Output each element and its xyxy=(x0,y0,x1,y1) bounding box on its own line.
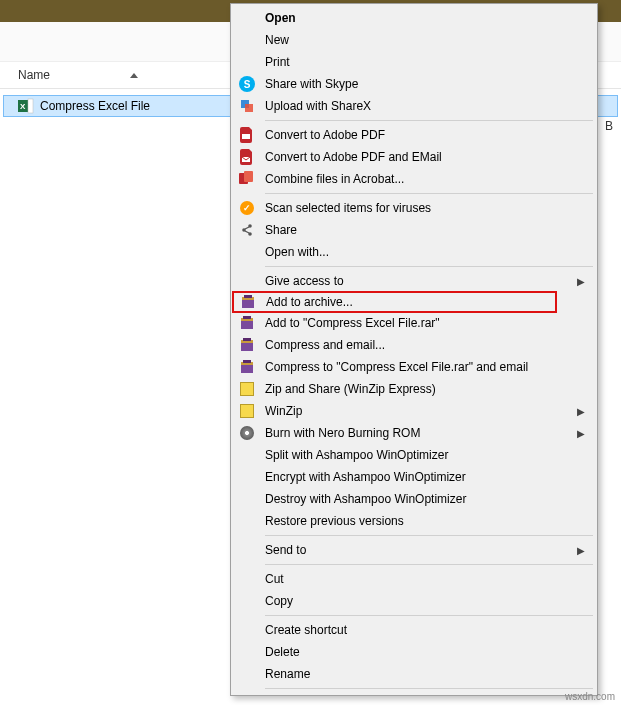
menu-new[interactable]: New xyxy=(233,29,595,51)
menu-send-to[interactable]: Send to ▶ xyxy=(233,539,595,561)
menu-upload-sharex[interactable]: Upload with ShareX xyxy=(233,95,595,117)
blank-icon xyxy=(237,644,257,660)
svg-rect-1 xyxy=(28,99,33,113)
column-name-label: Name xyxy=(18,68,50,82)
menu-destroy-ashampoo[interactable]: Destroy with Ashampoo WinOptimizer xyxy=(233,488,595,510)
svg-point-10 xyxy=(242,228,246,232)
nero-icon xyxy=(237,425,257,441)
menu-compress-email[interactable]: Compress and email... xyxy=(233,334,595,356)
file-size-suffix: B xyxy=(605,119,613,133)
winzip-icon xyxy=(237,381,257,397)
blank-icon xyxy=(237,273,257,289)
svg-rect-14 xyxy=(244,295,252,298)
blank-icon xyxy=(237,666,257,682)
antivirus-icon: ✓ xyxy=(237,200,257,216)
menu-create-shortcut[interactable]: Create shortcut xyxy=(233,619,595,641)
menu-delete[interactable]: Delete xyxy=(233,641,595,663)
svg-point-9 xyxy=(248,224,252,228)
menu-share-skype[interactable]: S Share with Skype xyxy=(233,73,595,95)
winrar-icon xyxy=(237,315,257,331)
menu-convert-pdf-email[interactable]: Convert to Adobe PDF and EMail xyxy=(233,146,595,168)
svg-rect-4 xyxy=(245,104,253,112)
context-menu: Open New Print S Share with Skype Upload… xyxy=(230,3,598,696)
watermark: wsxdn.com xyxy=(565,691,615,702)
menu-open[interactable]: Open xyxy=(233,7,595,29)
menu-nero-burn[interactable]: Burn with Nero Burning ROM ▶ xyxy=(233,422,595,444)
menu-cut[interactable]: Cut xyxy=(233,568,595,590)
svg-text:X: X xyxy=(20,102,26,111)
menu-separator xyxy=(265,688,593,689)
sort-asc-icon xyxy=(130,73,138,78)
file-name: Compress Excel File xyxy=(40,99,150,113)
svg-rect-20 xyxy=(243,338,251,341)
blank-icon xyxy=(237,622,257,638)
menu-compress-rar-email[interactable]: Compress to "Compress Excel File.rar" an… xyxy=(233,356,595,378)
blank-icon xyxy=(237,469,257,485)
chevron-right-icon: ▶ xyxy=(577,428,585,439)
menu-separator xyxy=(265,564,593,565)
menu-winzip[interactable]: WinZip ▶ xyxy=(233,400,595,422)
menu-add-to-rar[interactable]: Add to "Compress Excel File.rar" xyxy=(233,312,595,334)
blank-icon xyxy=(237,491,257,507)
menu-print[interactable]: Print xyxy=(233,51,595,73)
menu-separator xyxy=(265,120,593,121)
menu-rename[interactable]: Rename xyxy=(233,663,595,685)
svg-rect-5 xyxy=(242,134,250,139)
sharex-icon xyxy=(237,98,257,114)
svg-rect-8 xyxy=(244,171,253,182)
menu-copy[interactable]: Copy xyxy=(233,590,595,612)
chevron-right-icon: ▶ xyxy=(577,276,585,287)
menu-separator xyxy=(265,266,593,267)
share-icon xyxy=(237,222,257,238)
svg-rect-23 xyxy=(243,360,251,363)
menu-restore-versions[interactable]: Restore previous versions xyxy=(233,510,595,532)
menu-zip-share[interactable]: Zip and Share (WinZip Express) xyxy=(233,378,595,400)
pdf-icon xyxy=(237,127,257,143)
blank-icon xyxy=(237,54,257,70)
svg-rect-18 xyxy=(241,342,253,351)
menu-separator xyxy=(265,615,593,616)
blank-icon xyxy=(237,447,257,463)
menu-share[interactable]: Share xyxy=(233,219,595,241)
blank-icon xyxy=(237,513,257,529)
menu-convert-pdf[interactable]: Convert to Adobe PDF xyxy=(233,124,595,146)
pdf-email-icon xyxy=(237,149,257,165)
svg-rect-17 xyxy=(243,316,251,319)
skype-icon: S xyxy=(237,76,257,92)
menu-separator xyxy=(265,535,593,536)
menu-add-to-archive[interactable]: Add to archive... xyxy=(232,291,557,313)
menu-encrypt-ashampoo[interactable]: Encrypt with Ashampoo WinOptimizer xyxy=(233,466,595,488)
blank-icon xyxy=(237,244,257,260)
chevron-right-icon: ▶ xyxy=(577,406,585,417)
svg-rect-12 xyxy=(242,299,254,308)
winzip-icon xyxy=(237,403,257,419)
svg-point-11 xyxy=(248,232,252,236)
svg-rect-15 xyxy=(241,320,253,329)
winrar-icon xyxy=(237,337,257,353)
menu-separator xyxy=(265,193,593,194)
menu-combine-acrobat[interactable]: Combine files in Acrobat... xyxy=(233,168,595,190)
blank-icon xyxy=(237,593,257,609)
menu-open-with[interactable]: Open with... xyxy=(233,241,595,263)
blank-icon xyxy=(237,10,257,26)
menu-give-access[interactable]: Give access to ▶ xyxy=(233,270,595,292)
menu-split-ashampoo[interactable]: Split with Ashampoo WinOptimizer xyxy=(233,444,595,466)
menu-scan-virus[interactable]: ✓ Scan selected items for viruses xyxy=(233,197,595,219)
blank-icon xyxy=(237,542,257,558)
blank-icon xyxy=(237,571,257,587)
excel-file-icon: X xyxy=(18,98,34,114)
svg-rect-21 xyxy=(241,364,253,373)
chevron-right-icon: ▶ xyxy=(577,545,585,556)
winrar-icon xyxy=(237,359,257,375)
blank-icon xyxy=(237,32,257,48)
winrar-icon xyxy=(238,294,258,310)
pdf-combine-icon xyxy=(237,171,257,187)
